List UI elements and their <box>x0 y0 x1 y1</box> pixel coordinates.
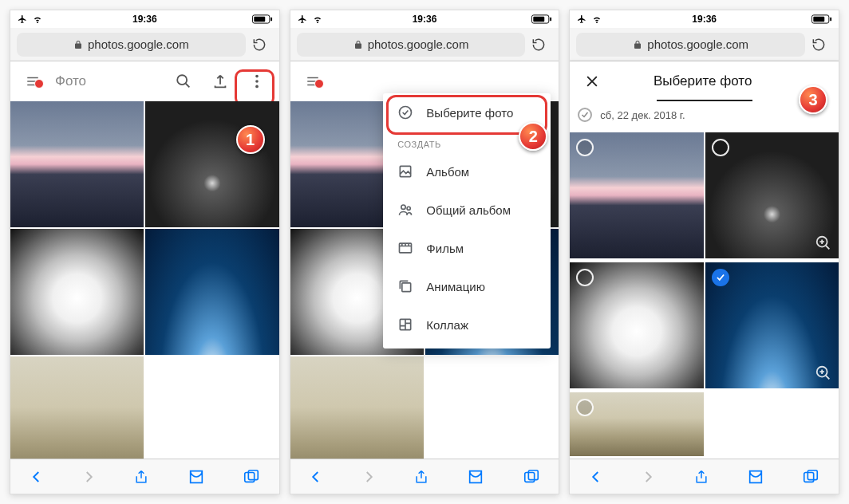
svg-point-12 <box>400 107 412 119</box>
menu-item-label: Выберите фото <box>426 106 513 120</box>
svg-rect-27 <box>808 470 818 479</box>
menu-item-collage[interactable]: Коллаж <box>383 305 551 344</box>
url-text: photos.google.com <box>368 37 469 51</box>
photo-thumbnail[interactable] <box>145 101 278 227</box>
tabs-button[interactable] <box>523 468 540 486</box>
selection-circle-icon[interactable] <box>576 399 594 416</box>
back-button[interactable] <box>309 468 323 486</box>
check-circle-icon <box>397 104 413 120</box>
menu-item-album[interactable]: Альбом <box>383 152 551 191</box>
back-button[interactable] <box>30 468 44 486</box>
menu-button[interactable] <box>15 74 50 89</box>
photo-thumbnail[interactable] <box>570 392 703 456</box>
svg-rect-23 <box>830 18 831 22</box>
photo-thumbnail[interactable] <box>10 229 144 355</box>
photo-thumbnail[interactable] <box>570 132 703 258</box>
status-time: 19:36 <box>413 14 437 25</box>
lock-icon <box>353 39 363 50</box>
wifi-icon <box>311 14 324 24</box>
svg-rect-8 <box>248 470 258 479</box>
selection-header: Выберите фото <box>570 61 839 101</box>
close-selection-button[interactable] <box>575 73 610 89</box>
zoom-icon[interactable] <box>815 234 832 252</box>
battery-icon <box>252 14 273 24</box>
selection-check-icon[interactable] <box>712 269 729 286</box>
menu-button[interactable] <box>295 74 330 89</box>
more-button[interactable] <box>239 73 274 90</box>
photo-grid <box>10 101 279 459</box>
photo-thumbnail-selected[interactable] <box>705 262 839 388</box>
photo-thumbnail[interactable] <box>705 132 839 258</box>
date-group-header[interactable]: сб, 22 дек. 2018 г. <box>570 101 839 128</box>
selection-title: Выберите фото <box>611 73 791 89</box>
forward-button[interactable] <box>641 468 655 486</box>
url-field[interactable]: photos.google.com <box>17 33 246 57</box>
reload-icon[interactable] <box>251 37 267 53</box>
url-field[interactable]: photos.google.com <box>576 33 805 57</box>
selection-circle-icon[interactable] <box>576 139 594 156</box>
photo-thumbnail[interactable] <box>10 356 144 459</box>
reload-icon[interactable] <box>811 37 827 53</box>
forward-button[interactable] <box>361 468 376 486</box>
photo-thumbnail[interactable] <box>290 356 424 459</box>
page-title: Фото <box>52 73 164 89</box>
svg-point-14 <box>401 205 405 209</box>
selection-circle-icon[interactable] <box>712 139 729 156</box>
safari-toolbar <box>570 459 839 494</box>
url-text: photos.google.com <box>88 37 189 51</box>
wifi-icon <box>590 14 603 24</box>
menu-item-animation[interactable]: Анимацию <box>383 267 551 305</box>
shared-album-icon <box>397 202 413 218</box>
safari-toolbar <box>290 459 559 494</box>
airplane-mode-icon <box>576 14 587 24</box>
bookmarks-button[interactable] <box>467 468 484 486</box>
photo-thumbnail[interactable] <box>10 101 144 227</box>
share-button[interactable] <box>133 467 149 486</box>
bookmarks-button[interactable] <box>747 468 764 486</box>
status-time: 19:36 <box>692 14 717 25</box>
upload-button[interactable] <box>203 73 238 90</box>
menu-item-label: Общий альбом <box>426 203 511 217</box>
menu-item-label: Фильм <box>426 242 464 255</box>
svg-rect-20 <box>528 470 538 479</box>
url-field[interactable]: photos.google.com <box>297 33 526 57</box>
browser-url-bar: photos.google.com <box>290 28 559 61</box>
svg-rect-1 <box>254 17 265 22</box>
album-icon <box>397 163 413 179</box>
share-button[interactable] <box>693 467 709 486</box>
airplane-mode-icon <box>297 14 308 24</box>
select-all-day-checkbox[interactable] <box>578 108 592 122</box>
reload-icon[interactable] <box>531 37 547 53</box>
svg-rect-11 <box>551 18 552 22</box>
share-button[interactable] <box>413 467 429 486</box>
svg-rect-7 <box>245 472 255 482</box>
svg-rect-19 <box>524 472 534 482</box>
search-button[interactable] <box>166 73 201 90</box>
back-button[interactable] <box>589 468 603 486</box>
zoom-icon[interactable] <box>815 364 832 382</box>
svg-point-3 <box>177 75 187 85</box>
safari-toolbar <box>10 459 279 494</box>
airplane-mode-icon <box>17 14 28 24</box>
selection-circle-icon[interactable] <box>576 269 594 286</box>
tabs-button[interactable] <box>243 468 260 486</box>
url-text: photos.google.com <box>647 37 748 51</box>
wifi-icon <box>31 14 44 24</box>
lock-icon <box>73 39 83 50</box>
browser-url-bar: photos.google.com <box>570 28 839 61</box>
forward-button[interactable] <box>81 468 96 486</box>
photo-thumbnail[interactable] <box>570 262 703 388</box>
phone-screen-2: 19:36 photos.google.com Выбери <box>290 10 560 494</box>
svg-rect-26 <box>804 472 814 482</box>
menu-item-label: Альбом <box>426 165 469 179</box>
notification-dot <box>314 79 324 89</box>
svg-point-6 <box>255 85 259 89</box>
app-header: Фото <box>10 61 279 101</box>
svg-rect-13 <box>401 166 411 176</box>
tabs-button[interactable] <box>802 468 819 486</box>
menu-item-shared-album[interactable]: Общий альбом <box>383 191 551 229</box>
bookmarks-button[interactable] <box>188 468 205 486</box>
photo-thumbnail[interactable] <box>145 229 278 355</box>
svg-rect-22 <box>813 17 824 22</box>
menu-item-movie[interactable]: Фильм <box>383 229 551 267</box>
